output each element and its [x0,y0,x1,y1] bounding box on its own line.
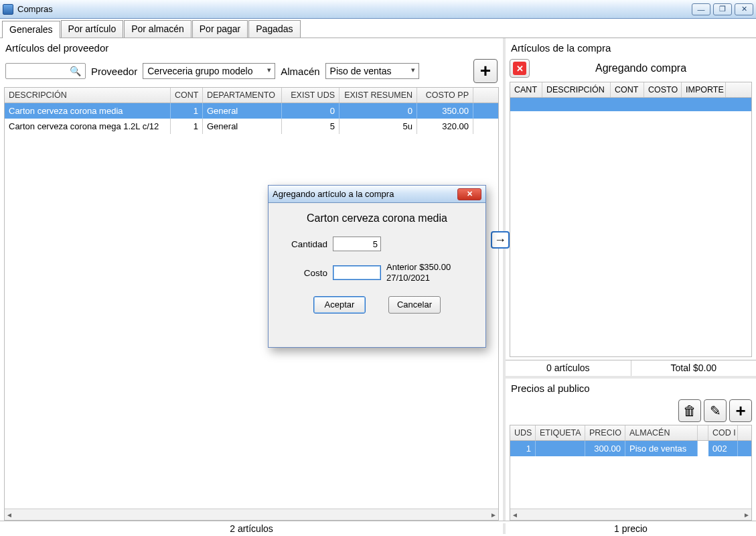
purchase-empty-row[interactable] [510,98,751,111]
provider-search-input[interactable]: 🔍 [5,63,86,79]
col-precio[interactable]: PRECIO [585,425,625,440]
cancel-purchase-button[interactable]: ✕ [510,59,530,78]
purchase-grid[interactable]: CANT DESCRIPCIÓN CONT COSTO IMPORTE [510,82,752,357]
add-provider-article-button[interactable]: + [473,59,498,83]
col-descripcion[interactable]: DESCRIPCIÓN [542,82,611,97]
arrow-right-icon: → [494,233,506,247]
tab-pagadas[interactable]: Pagadas [248,20,300,38]
trash-icon: 🗑 [683,403,696,419]
col-exist-resumen[interactable]: EXIST RESUMEN [339,88,417,103]
purchase-total: Total $0.00 [631,360,757,376]
col-etiqueta[interactable]: ETIQUETA [536,425,585,440]
purchase-article-count: 0 artículos [506,360,631,376]
col-departamento[interactable]: DEPARTAMENTO [203,88,282,103]
col-cont[interactable]: CONT [611,82,644,97]
col-exist-uds[interactable]: EXIST UDS [282,88,339,103]
grid-hscroll[interactable]: ◄► [5,509,498,520]
table-row[interactable]: 1 300.00 Piso de ventas 002 [510,441,751,456]
left-status: 2 artículos [0,523,506,534]
qty-input[interactable] [333,237,381,251]
col-costo-pp[interactable]: COSTO PP [417,88,473,103]
col-blank[interactable] [698,425,708,440]
add-article-dialog: Agregando artículo a la compra ✕ Carton … [268,185,486,348]
col-costo[interactable]: COSTO [644,82,682,97]
provider-section-label: Artículos del proveedor [0,38,503,56]
accept-button[interactable]: Aceptar [313,296,366,314]
warehouse-label: Almacén [281,66,319,77]
col-cont[interactable]: CONT [171,88,203,103]
purchase-title: Agregando compra [530,62,752,74]
plus-icon: + [735,401,745,421]
delete-price-button[interactable]: 🗑 [678,399,701,422]
close-icon: ✕ [513,62,526,75]
col-uds[interactable]: UDS [510,425,536,440]
app-icon [3,4,13,15]
transfer-arrow-button[interactable]: → [491,231,510,249]
tab-generales[interactable]: Generales [2,21,60,38]
col-descripcion[interactable]: DESCRIPCIÓN [5,88,171,103]
prices-section-label: Precios al publico [506,379,756,397]
right-status: 1 precio [506,523,756,534]
window-titlebar: Compras — ❐ ✕ [0,0,756,19]
provider-label: Proveedor [91,66,137,77]
window-maximize-button[interactable]: ❐ [713,3,732,15]
qty-label: Cantidad [281,239,327,249]
purchase-section-label: Artículos de la compra [506,38,756,56]
window-title: Compras [17,4,692,14]
tab-por-almacen[interactable]: Por almacén [124,20,192,38]
tab-por-articulo[interactable]: Por artículo [61,20,124,38]
provider-combo[interactable]: Cerveceria grupo modelo [143,63,275,79]
previous-cost-info: Anterior $350.00 27/10/2021 [386,262,451,284]
warehouse-combo-value: Piso de ventas [330,66,392,76]
dialog-title: Agregando artículo a la compra [273,189,457,199]
col-cant[interactable]: CANT [510,82,542,97]
window-minimize-button[interactable]: — [692,3,710,15]
cancel-button[interactable]: Cancelar [388,296,441,314]
window-close-button[interactable]: ✕ [735,3,753,15]
col-importe[interactable]: IMPORTE [682,82,726,97]
cost-input[interactable] [333,265,381,280]
col-cod[interactable]: COD I [708,425,738,440]
search-icon: 🔍 [70,66,81,76]
cost-label: Costo [281,268,327,278]
table-row[interactable]: Carton cerveza corona media 1 General 0 … [5,103,498,119]
prices-grid[interactable]: UDS ETIQUETA PRECIO ALMACÉN COD I 1 300.… [510,425,752,521]
table-row[interactable]: Carton cerveza corona mega 1.2L c/12 1 G… [5,119,498,134]
tab-por-pagar[interactable]: Por pagar [192,20,248,38]
warehouse-combo[interactable]: Piso de ventas [325,63,419,79]
col-almacen[interactable]: ALMACÉN [625,425,698,440]
add-price-button[interactable]: + [729,399,752,422]
pencil-icon: ✎ [710,403,721,419]
dialog-close-button[interactable]: ✕ [457,188,481,200]
grid-hscroll[interactable]: ◄► [510,509,751,520]
main-tabs: Generales Por artículo Por almacén Por p… [0,19,756,38]
edit-price-button[interactable]: ✎ [704,399,727,422]
dialog-article-name: Carton cerveza corona media [281,212,473,224]
provider-combo-value: Cerveceria grupo modelo [147,66,252,76]
